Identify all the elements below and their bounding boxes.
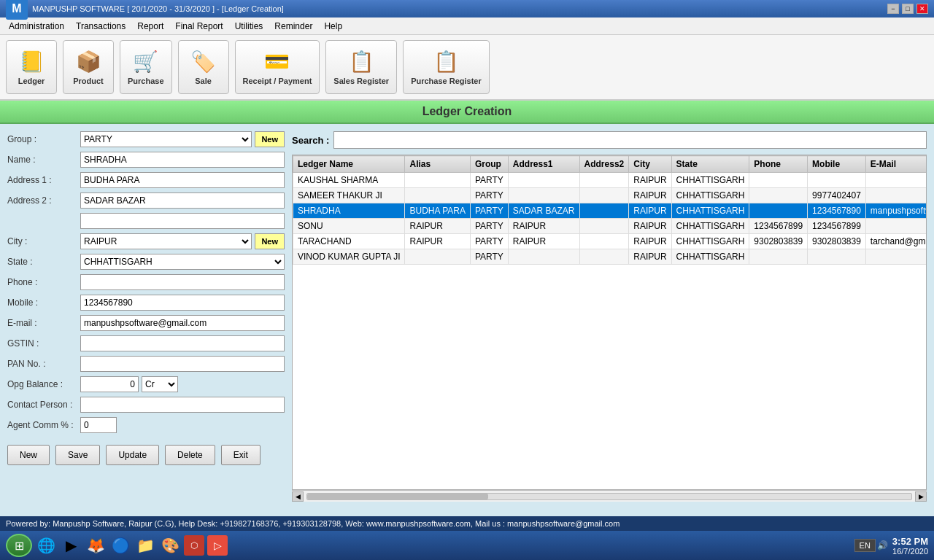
gstin-label: GSTIN : <box>7 338 80 349</box>
table-cell: CHHATTISGARH <box>671 219 749 234</box>
table-cell <box>508 173 579 188</box>
scroll-thumb[interactable] <box>307 494 488 499</box>
menu-administration[interactable]: Administration <box>3 20 70 33</box>
horizontal-scrollbar[interactable]: ◀ ▶ <box>292 490 927 502</box>
address3-input[interactable] <box>80 213 285 229</box>
agent-row: Agent Comm % : <box>7 417 285 433</box>
menu-reminder[interactable]: Reminder <box>269 20 318 33</box>
receipt-icon: 💳 <box>264 50 290 74</box>
city-select[interactable]: RAIPUR <box>80 233 252 249</box>
table-cell: PARTY <box>470 173 508 188</box>
table-cell: CHHATTISGARH <box>671 203 749 219</box>
table-cell: VINOD KUMAR GUPTA JI <box>293 249 405 265</box>
group-new-button[interactable]: New <box>255 131 285 147</box>
table-row[interactable]: SAMEER THAKUR JIPARTYRAIPURCHHATTISGARH9… <box>293 188 927 203</box>
scroll-track[interactable] <box>306 493 912 500</box>
table-cell: RAIPUR <box>629 188 671 203</box>
phone-row: Phone : <box>7 274 285 290</box>
minimize-button[interactable]: − <box>887 4 899 14</box>
close-button[interactable]: ✕ <box>916 4 928 14</box>
sales-register-icon: 📋 <box>349 50 374 74</box>
city-row: City : RAIPUR New <box>7 233 285 249</box>
table-cell: 9977402407 <box>808 188 866 203</box>
table-cell: RAIPUR <box>629 249 671 265</box>
opg-balance-input[interactable] <box>80 376 139 392</box>
search-input[interactable] <box>333 131 927 149</box>
name-input[interactable] <box>80 152 285 168</box>
opg-balance-type-select[interactable]: Cr Dr <box>142 376 178 392</box>
exit-button[interactable]: Exit <box>221 445 260 465</box>
table-row[interactable]: SHRADHABUDHA PARAPARTYSADAR BAZARRAIPURC… <box>293 203 927 219</box>
search-label: Search : <box>292 135 329 146</box>
toolbar-product[interactable]: 📦 Product <box>63 40 114 94</box>
email-label: E-mail : <box>7 318 80 328</box>
menu-transactions[interactable]: Transactions <box>70 20 131 33</box>
title-bar-text: MANPUSHP SOFTWARE [ 20/1/2020 - 31/3/202… <box>32 4 284 13</box>
pan-input[interactable] <box>80 356 285 372</box>
table-cell: SONU <box>293 219 405 234</box>
menu-utilities[interactable]: Utilities <box>229 20 269 33</box>
table-cell <box>579 219 629 234</box>
mobile-input[interactable] <box>80 295 285 311</box>
table-cell: PARTY <box>470 249 508 265</box>
address2-label: Address 2 : <box>7 195 80 206</box>
maximize-button[interactable]: □ <box>902 4 914 14</box>
toolbar-purchase[interactable]: 🛒 Purchase <box>120 40 172 94</box>
menu-final-report[interactable]: Final Report <box>169 20 228 33</box>
col-phone: Phone <box>749 156 808 173</box>
table-cell: CHHATTISGARH <box>671 234 749 249</box>
group-select[interactable]: PARTY <box>80 131 252 147</box>
toolbar-purchase-register[interactable]: 📋 Purchase Register <box>403 40 490 94</box>
state-select[interactable]: CHHATTISGARH <box>80 254 285 270</box>
table-row[interactable]: VINOD KUMAR GUPTA JIPARTYRAIPURCHHATTISG… <box>293 249 927 265</box>
table-cell <box>405 249 470 265</box>
action-buttons: New Save Update Delete Exit <box>7 445 285 465</box>
table-cell: 1234567890 <box>808 203 866 219</box>
table-cell: CHHATTISGARH <box>671 249 749 265</box>
table-cell <box>749 249 808 265</box>
update-button[interactable]: Update <box>106 445 159 465</box>
delete-button[interactable]: Delete <box>165 445 215 465</box>
gstin-input[interactable] <box>80 335 285 351</box>
table-row[interactable]: TARACHANDRAIPURPARTYRAIPURRAIPURCHHATTIS… <box>293 234 927 249</box>
address1-input[interactable] <box>80 172 285 188</box>
agent-input[interactable] <box>80 417 117 433</box>
phone-input[interactable] <box>80 274 285 290</box>
toolbar-receipt[interactable]: 💳 Receipt / Payment <box>235 40 320 94</box>
table-cell <box>405 173 470 188</box>
new-button[interactable]: New <box>7 445 50 465</box>
scroll-left-btn[interactable]: ◀ <box>292 491 304 502</box>
save-button[interactable]: Save <box>55 445 100 465</box>
address2-input[interactable] <box>80 192 285 209</box>
toolbar-sales-register[interactable]: 📋 Sales Register <box>325 40 397 94</box>
menu-report[interactable]: Report <box>131 20 169 33</box>
scroll-right-btn[interactable]: ▶ <box>915 491 927 502</box>
table-cell <box>865 173 927 188</box>
table-cell: tarchand@gmail. <box>865 234 927 249</box>
table-cell <box>579 234 629 249</box>
app-logo: M <box>6 0 28 20</box>
col-state: State <box>671 156 749 173</box>
group-row: Group : PARTY New <box>7 131 285 147</box>
table-cell <box>865 188 927 203</box>
table-row[interactable]: SONURAIPURPARTYRAIPURRAIPURCHHATTISGARH1… <box>293 219 927 234</box>
table-cell: SADAR BAZAR <box>508 203 579 219</box>
table-cell: RAIPUR <box>629 173 671 188</box>
table-cell: RAIPUR <box>508 234 579 249</box>
table-cell: 9302803839 <box>749 234 808 249</box>
city-new-button[interactable]: New <box>255 233 285 249</box>
ledger-table-container: Ledger Name Alias Group Address1 Address… <box>292 155 927 490</box>
table-cell: manpushpsoftwa <box>865 203 927 219</box>
table-cell <box>749 173 808 188</box>
contact-input[interactable] <box>80 397 285 413</box>
table-cell <box>508 188 579 203</box>
email-input[interactable] <box>80 315 285 331</box>
table-row[interactable]: KAUSHAL SHARMAPARTYRAIPURCHHATTISGARH <box>293 173 927 188</box>
toolbar-ledger[interactable]: 📒 Ledger <box>6 40 57 94</box>
toolbar-sale[interactable]: 🏷️ Sale <box>178 40 229 94</box>
email-row: E-mail : <box>7 315 285 331</box>
table-cell <box>579 173 629 188</box>
menu-help[interactable]: Help <box>318 20 348 33</box>
title-bar-controls[interactable]: − □ ✕ <box>887 4 928 14</box>
table-cell: PARTY <box>470 203 508 219</box>
